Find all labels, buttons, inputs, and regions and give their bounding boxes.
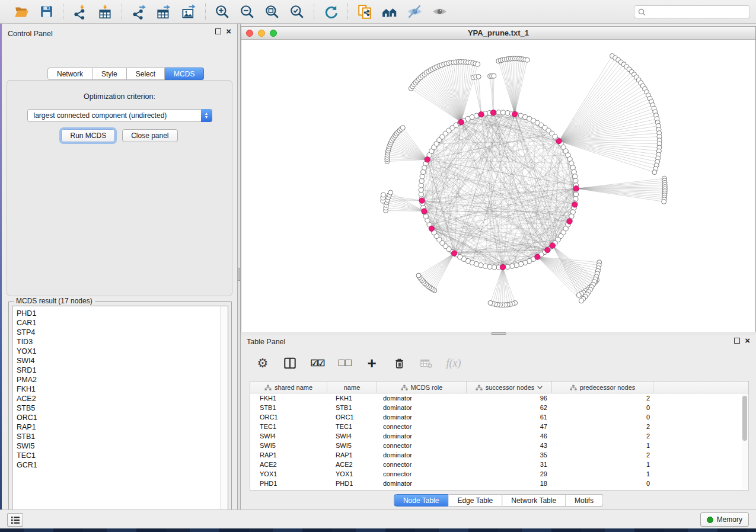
import-table-icon[interactable] [97,4,113,20]
mcds-result-item[interactable]: FKH1 [17,384,228,394]
table-row[interactable]: SWI5SWI5connector431 [250,441,748,450]
mcds-result-item[interactable]: PMA2 [17,375,228,384]
close-panel-icon[interactable]: × [226,28,231,34]
window-close-icon[interactable] [246,30,253,37]
unselect-all-columns-icon[interactable]: ☐☐ [337,355,352,371]
table-settings-icon[interactable]: ⚙ [255,355,270,371]
column-header-predecessor-nodes[interactable]: predecessor nodes [552,382,653,393]
table-panel: Table Panel × ⚙ ☑☑ ☐☐ + f(x) shared name… [241,335,756,508]
refresh-view-icon[interactable] [323,4,339,20]
mcds-result-item[interactable]: TID3 [17,337,228,347]
column-header-successor-nodes[interactable]: successor nodes [467,382,552,393]
network-graph[interactable] [241,40,755,332]
table-row[interactable]: ORC1ORC1dominator610 [250,412,748,422]
mcds-list-scrollbar[interactable] [220,306,228,516]
mcds-result-item[interactable]: YOX1 [17,347,228,356]
dropdown-stepper-icon: ▲▼ [201,109,212,122]
table-row[interactable]: TEC1TEC1connector472 [250,422,748,431]
delete-columns-icon[interactable] [391,355,407,371]
window-zoom-icon[interactable] [270,30,277,37]
table-row[interactable]: FKH1FKH1dominator962 [250,393,748,403]
zoom-in-icon[interactable] [214,4,231,20]
search-input[interactable] [648,8,746,16]
zoom-out-icon[interactable] [239,4,256,20]
cell-shared-name: ACE2 [250,460,327,469]
tab-node-table[interactable]: Node Table [394,494,449,507]
table-row[interactable]: RAP1RAP1dominator352 [250,450,748,460]
memory-button[interactable]: Memory [700,512,749,527]
export-network-icon[interactable] [130,4,147,20]
import-network-icon[interactable] [72,4,88,20]
mcds-result-item[interactable]: ACE2 [17,394,228,403]
cell-shared-name: FKH1 [250,393,327,403]
close-panel-icon[interactable]: × [745,338,750,344]
column-header-MCDS-role[interactable]: MCDS role [377,382,467,393]
column-header-shared-name[interactable]: shared name [250,382,327,393]
mcds-result-item[interactable]: RAP1 [17,422,228,432]
splitter-grip[interactable] [238,268,240,281]
tab-network[interactable]: Network [47,68,92,80]
mcds-result-item[interactable]: STP4 [17,328,228,337]
run-mcds-button[interactable]: Run MCDS [61,129,115,142]
table-row[interactable]: SWI4SWI4dominator462 [250,431,748,441]
mcds-result-item[interactable]: PHD1 [17,309,228,318]
table-scrollbar[interactable] [742,394,748,489]
tab-style[interactable]: Style [92,68,127,80]
tab-motifs[interactable]: Motifs [566,494,603,507]
mcds-result-item[interactable]: SWI5 [17,441,228,451]
float-panel-icon[interactable] [215,28,221,34]
column-header-name[interactable]: name [327,382,377,393]
mcds-result-item[interactable]: SRD1 [17,366,228,375]
cell-name: STB1 [327,403,377,412]
window-minimize-icon[interactable] [258,30,265,37]
control-panel: Control Panel × NetworkStyleSelectMCDS O… [2,24,237,511]
export-table-icon[interactable] [155,4,172,20]
mcds-result-item[interactable]: ORC1 [17,413,228,422]
mcds-result-items: PHD1CAR1STP4TID3YOX1SWI4SRD1PMA2FKH1ACE2… [12,306,228,470]
mcds-result-item[interactable]: CAR1 [17,318,228,328]
first-neighbors-icon[interactable] [381,4,398,20]
mcds-result-item[interactable]: STB1 [17,432,228,441]
task-history-button[interactable] [7,513,23,527]
tab-select[interactable]: Select [127,68,165,80]
desktop-background [0,528,756,532]
cell-successor-nodes: 62 [467,403,552,412]
scrollbar-thumb[interactable] [742,396,747,441]
hide-selected-icon[interactable] [406,4,423,20]
cell-name: ORC1 [327,412,377,422]
table-row[interactable]: PHD1PHD1dominator180 [250,479,748,488]
zoom-fit-icon[interactable] [264,4,280,20]
cell-name: RAP1 [327,450,377,460]
table-row[interactable]: STB1STB1dominator620 [250,403,748,412]
table-row[interactable]: YOX1YOX1connector291 [250,469,748,479]
mcds-tab-body: Optimization criterion: largest connecte… [7,80,232,296]
export-image-icon[interactable] [180,4,197,20]
table-panel-title: Table Panel [247,338,285,346]
float-panel-icon[interactable] [734,338,740,344]
save-session-icon[interactable] [38,4,55,20]
optimization-select[interactable]: largest connected component (undirected)… [27,109,212,122]
mcds-result-list[interactable]: PHD1CAR1STP4TID3YOX1SWI4SRD1PMA2FKH1ACE2… [12,306,228,517]
add-column-icon[interactable]: + [364,355,379,371]
cell-MCDS-role: dominator [377,393,467,403]
table-row[interactable]: ACE2ACE2connector311 [250,460,748,469]
mcds-result-item[interactable]: TEC1 [17,451,228,460]
tab-edge-table[interactable]: Edge Table [448,494,502,507]
cell-predecessor-nodes: 1 [552,469,653,479]
open-session-icon[interactable] [13,4,30,20]
show-all-icon[interactable] [431,4,448,20]
search-box [634,5,750,18]
tab-network-table[interactable]: Network Table [502,494,566,507]
zoom-selected-icon[interactable] [289,4,305,20]
mcds-result-item[interactable]: STB5 [17,403,228,413]
cell-name: TEC1 [327,422,377,431]
select-all-columns-icon[interactable]: ☑☑ [310,355,325,371]
splitter-grip[interactable] [491,332,506,335]
mcds-result-item[interactable]: GCR1 [17,460,228,470]
tab-mcds[interactable]: MCDS [165,68,204,80]
close-panel-button[interactable]: Close panel [122,129,177,142]
network-canvas[interactable] [241,40,755,332]
split-columns-icon[interactable] [282,355,298,371]
clone-network-icon[interactable] [356,4,373,20]
mcds-result-item[interactable]: SWI4 [17,356,228,366]
